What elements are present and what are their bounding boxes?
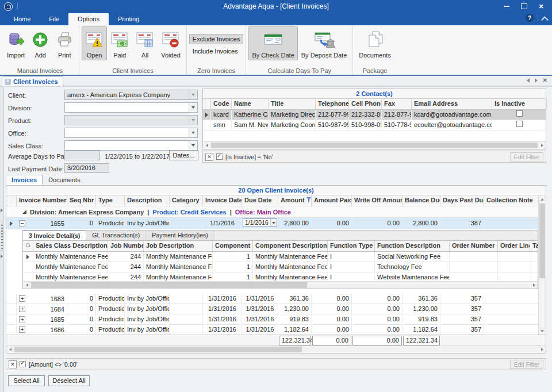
contact-row[interactable]: kcard Katherine Card Marketing Director …: [203, 110, 546, 120]
scroll-down-icon[interactable]: [539, 327, 546, 335]
by-check-date-button[interactable]: By Check Date: [248, 26, 297, 60]
tab-file[interactable]: File: [40, 13, 68, 25]
minimize-button[interactable]: [498, 0, 515, 13]
col-description[interactable]: Description: [125, 195, 170, 206]
expand-row-icon[interactable]: [19, 316, 25, 322]
left-splitter[interactable]: [0, 87, 4, 392]
help-icon[interactable]: [526, 14, 534, 22]
nav-back-icon[interactable]: [527, 78, 530, 83]
scroll-right-icon[interactable]: [538, 346, 546, 353]
print-button[interactable]: Print: [52, 26, 76, 60]
tab-options[interactable]: Options: [68, 13, 109, 25]
dates-button[interactable]: Dates...: [169, 150, 198, 160]
col-invoice-number[interactable]: Invoice Number: [17, 195, 67, 206]
tab-invoices[interactable]: Invoices: [6, 175, 43, 185]
expand-row-icon[interactable]: [19, 306, 25, 312]
all-invoices-button[interactable]: All: [132, 26, 158, 60]
documents-package-button[interactable]: Documents: [355, 26, 394, 60]
import-button[interactable]: Import: [3, 26, 28, 60]
due-date-editor[interactable]: 1/1/2016: [243, 218, 277, 227]
sales-class-combobox[interactable]: [64, 140, 198, 151]
invoice-group-row[interactable]: Division: American Express Company | Pro…: [6, 206, 546, 218]
tab-payment-history[interactable]: Payment History(ies): [146, 230, 214, 240]
scroll-up-icon[interactable]: [539, 195, 546, 203]
client-combobox[interactable]: amerx - American Express Company: [64, 90, 198, 100]
invoice-row[interactable]: 1655 0 Production Inv by Job/Office 1/1/…: [6, 218, 546, 229]
collapse-ribbon-icon[interactable]: [542, 16, 547, 21]
contacts-col-name[interactable]: Name: [232, 99, 269, 109]
invoice-row[interactable]: 1684 0 Production Inv by Job/Office 1/31…: [6, 304, 546, 314]
dcol-component[interactable]: Component: [213, 241, 253, 251]
contact-row[interactable]: smn Sam M. Newland Marketing Coordinator…: [203, 120, 546, 130]
exclude-invoices-button[interactable]: Exclude Invoices: [189, 34, 244, 44]
filter-enabled-checkbox[interactable]: [216, 153, 223, 160]
scroll-left-icon[interactable]: [23, 282, 30, 289]
voided-invoices-button[interactable]: Voided: [158, 26, 184, 60]
dcol-job-description[interactable]: Job Description: [144, 241, 213, 251]
col-type[interactable]: Type: [96, 195, 125, 206]
division-combobox[interactable]: [64, 102, 198, 113]
product-combobox[interactable]: [64, 115, 198, 125]
col-collection-note[interactable]: Collection Note: [484, 195, 546, 206]
dcol-function-description[interactable]: Function Description: [375, 241, 450, 251]
invoice-row[interactable]: 1686 0 Production Inv by Job/Office 1/31…: [6, 325, 546, 335]
expand-row-icon[interactable]: [19, 326, 25, 333]
expand-row-icon[interactable]: [19, 295, 25, 302]
detail-hscrollbar[interactable]: [23, 281, 538, 289]
office-combobox[interactable]: [64, 128, 198, 138]
contacts-col-fax[interactable]: Fax: [382, 99, 412, 109]
contacts-col-inactive[interactable]: Is Inactive: [492, 99, 547, 109]
col-amount-paid[interactable]: Amount Paid: [312, 195, 352, 206]
scroll-left-icon[interactable]: [6, 346, 14, 353]
search-icon[interactable]: [26, 243, 30, 248]
is-inactive-checkbox[interactable]: [516, 110, 523, 117]
tab-close-icon[interactable]: ✕: [543, 78, 547, 83]
dcol-sales-class[interactable]: Sales Class Description: [33, 241, 108, 251]
paid-invoices-button[interactable]: $ Paid: [107, 26, 132, 60]
col-category[interactable]: Category: [170, 195, 203, 206]
dcol-component-description[interactable]: Component Description: [253, 241, 328, 251]
include-invoices-button[interactable]: Include Invoices: [189, 46, 244, 56]
contacts-hscrollbar[interactable]: [203, 141, 546, 149]
col-write-off[interactable]: Write Off Amount: [352, 195, 402, 206]
close-button[interactable]: [532, 0, 550, 13]
invoices-vscrollbar[interactable]: [538, 195, 546, 335]
detail-row[interactable]: Monthly Maintenance Fee 244 Monthly Main…: [23, 252, 538, 262]
clear-filter-button[interactable]: ✕: [9, 360, 17, 368]
col-invoice-date[interactable]: Invoice Date: [203, 195, 242, 206]
chevron-down-icon[interactable]: [270, 219, 277, 226]
deselect-all-button[interactable]: Deselect All: [48, 375, 90, 386]
nav-forward-icon[interactable]: [535, 78, 538, 83]
col-seq-nbr[interactable]: Seq Nbr: [67, 195, 96, 206]
group-expand-icon[interactable]: [22, 210, 26, 214]
col-balance-due[interactable]: Balance Due: [402, 195, 440, 206]
tab-documents[interactable]: Documents: [43, 175, 86, 185]
contacts-col-code[interactable]: Code: [211, 99, 232, 109]
is-inactive-checkbox[interactable]: [516, 121, 523, 127]
dcol-function-type[interactable]: Function Type: [328, 241, 375, 251]
clear-filter-button[interactable]: ✕: [205, 153, 213, 161]
dcol-job-number[interactable]: Job Number: [108, 241, 144, 251]
filter-enabled-checkbox[interactable]: [20, 361, 26, 367]
contacts-col-cellphone[interactable]: Cell Phone: [349, 99, 382, 109]
invoices-hscrollbar[interactable]: [6, 345, 546, 353]
invoice-row[interactable]: 1683 0 Production Inv by Job/Office 1/31…: [6, 294, 546, 304]
scroll-right-icon[interactable]: [538, 142, 546, 149]
tab-invoice-details[interactable]: 3 Invoice Detail(s): [23, 230, 86, 240]
contacts-col-telephone[interactable]: Telephone: [316, 99, 349, 109]
contacts-col-title[interactable]: Title: [269, 99, 316, 109]
collapse-row-icon[interactable]: [19, 220, 25, 226]
detail-row[interactable]: Monthly Maintenance Fee 244 Monthly Main…: [23, 262, 538, 272]
tab-printing[interactable]: Printing: [109, 13, 148, 25]
edit-filter-button[interactable]: Edit Filter: [510, 360, 543, 369]
select-all-button[interactable]: Select All: [8, 375, 45, 386]
tab-gl-transactions[interactable]: GL Transaction(s): [86, 230, 146, 240]
scroll-left-icon[interactable]: [203, 142, 210, 149]
document-tab-client-invoices[interactable]: Client Invoices: [2, 76, 63, 86]
by-deposit-date-button[interactable]: By Deposit Date: [298, 26, 350, 60]
scroll-right-icon[interactable]: [530, 282, 538, 289]
col-days-past-due[interactable]: Days Past Due: [440, 195, 484, 206]
tab-home[interactable]: Home: [5, 13, 40, 25]
add-button[interactable]: Add: [28, 26, 52, 60]
dcol-order-number[interactable]: Order Number: [450, 241, 498, 251]
